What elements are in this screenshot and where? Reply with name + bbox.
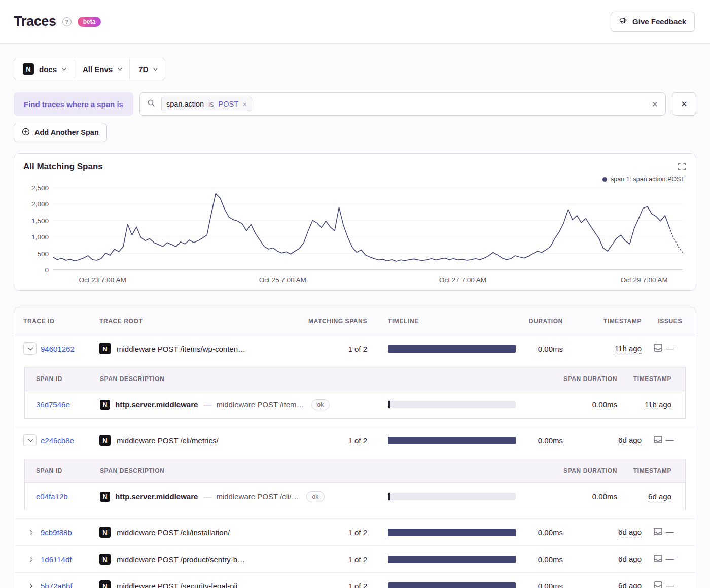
chart-line-dashed	[669, 228, 683, 253]
clear-search-icon[interactable]: ✕	[652, 99, 658, 109]
y-tick: 0	[14, 266, 49, 274]
timeline-bar	[388, 437, 516, 444]
col-header-span-timestamp: TIMESTAMP	[617, 375, 685, 383]
timeline-bar	[388, 529, 516, 536]
project-icon: N	[100, 492, 110, 502]
span-description-label: middleware POST /cli/…	[216, 492, 299, 501]
issues-value: —	[666, 555, 674, 564]
megaphone-icon	[619, 17, 628, 27]
issues-icon	[654, 581, 662, 588]
token-operator: is	[208, 100, 214, 108]
y-tick: 1,000	[14, 233, 49, 241]
table-row[interactable]: 5b72a6bf N middleware POST /security-leg…	[14, 573, 696, 588]
project-icon: N	[99, 343, 111, 354]
chevron-down-icon	[28, 437, 33, 442]
spans-line-chart[interactable]	[53, 188, 683, 270]
project-icon: N	[100, 400, 110, 410]
project-icon: N	[99, 527, 111, 538]
trace-id-link[interactable]: 5b72a6bf	[41, 582, 73, 588]
span-id-link[interactable]: e04fa12b	[36, 492, 68, 501]
span-timestamp-value: 11h ago	[645, 400, 671, 410]
y-tick: 2,000	[14, 200, 49, 208]
app-header: Traces ? beta Give Feedback	[0, 0, 710, 44]
collapse-toggle[interactable]	[23, 434, 37, 446]
fullscreen-icon[interactable]	[677, 162, 687, 174]
page-filter-bar: N docs All Envs 7D	[14, 58, 165, 80]
trace-root-label: middleware POST /items/wp-conten…	[117, 344, 245, 353]
col-header-span-timestamp: TIMESTAMP	[617, 467, 685, 474]
table-row[interactable]: e246cb8e N middleware POST /cli/metrics/…	[14, 427, 696, 454]
table-row[interactable]: 1d6114df N middleware POST /product/sent…	[14, 546, 696, 572]
table-row[interactable]: 94601262 N middleware POST /items/wp-con…	[14, 335, 696, 362]
issues-value: —	[666, 344, 674, 353]
span-timeline-track	[388, 493, 516, 500]
duration-value: 0.00ms	[519, 528, 563, 537]
chevron-right-icon	[27, 557, 32, 562]
add-another-span-button[interactable]: Add Another Span	[14, 123, 107, 142]
trace-id-link[interactable]: e246cb8e	[41, 436, 74, 445]
col-header-matching-spans: MATCHING SPANS	[286, 318, 367, 325]
project-icon: N	[99, 554, 111, 565]
chart-legend-label: span 1: span.action:POST	[611, 176, 685, 183]
timestamp-value: 11h ago	[615, 344, 642, 354]
give-feedback-button[interactable]: Give Feedback	[611, 12, 695, 32]
duration-value: 0.00ms	[519, 555, 563, 564]
span-header-row: SPAN ID SPAN DESCRIPTION SPAN DURATION T…	[25, 367, 685, 391]
matching-spans-value: 1 of 2	[286, 555, 367, 564]
chevron-right-icon	[27, 583, 32, 588]
chart-title: All Matching Spans	[23, 162, 103, 172]
span-subtable: SPAN ID SPAN DESCRIPTION SPAN DURATION T…	[24, 367, 686, 419]
trace-root-label: middleware POST /product/sentry-b…	[117, 555, 245, 564]
span-row[interactable]: 36d7546e N http.server.middleware — midd…	[25, 391, 685, 418]
expand-toggle[interactable]	[23, 580, 37, 588]
span-search-row: Find traces where a span is span.action …	[14, 92, 696, 116]
collapse-toggle[interactable]	[23, 342, 37, 355]
matching-spans-value: 1 of 2	[286, 528, 367, 537]
matching-spans-value: 1 of 2	[286, 582, 367, 588]
timestamp-value: 6d ago	[618, 581, 642, 588]
find-traces-label: Find traces where a span is	[14, 92, 133, 116]
span-id-link[interactable]: 36d7546e	[36, 400, 70, 409]
remove-span-filter-button[interactable]: ✕	[672, 92, 696, 116]
page-title: Traces	[14, 14, 56, 29]
duration-value: 0.00ms	[519, 344, 563, 353]
matching-spans-value: 1 of 2	[286, 436, 367, 445]
project-icon: N	[99, 580, 111, 588]
chart-plot-area[interactable]: 2,500 2,000 1,500 1,000 500 0	[14, 188, 687, 270]
col-header-span-duration: SPAN DURATION	[516, 467, 617, 474]
chevron-right-icon	[27, 530, 32, 535]
issues-value: —	[666, 581, 674, 588]
chevron-down-icon	[28, 345, 33, 350]
project-selector[interactable]: N docs	[14, 58, 74, 80]
timeline-bar	[388, 582, 516, 588]
trace-id-link[interactable]: 9cb9f88b	[41, 528, 72, 537]
span-row[interactable]: e04fa12b N http.server.middleware — midd…	[25, 483, 685, 510]
span-search-input[interactable]: span.action is POST × ✕	[139, 92, 666, 116]
span-timeline-track	[388, 401, 516, 408]
span-status-badge: ok	[306, 491, 325, 502]
expand-toggle[interactable]	[23, 553, 37, 565]
project-icon: N	[99, 435, 111, 446]
chart-line-solid	[53, 194, 669, 261]
help-icon[interactable]: ?	[62, 17, 72, 26]
search-token[interactable]: span.action is POST ×	[161, 97, 252, 111]
table-row[interactable]: 9cb9f88b N middleware POST /cli/installa…	[14, 519, 696, 545]
duration-value: 0.00ms	[519, 582, 563, 588]
y-tick: 500	[14, 250, 49, 257]
search-icon	[147, 99, 155, 109]
chevron-down-icon	[154, 66, 158, 70]
token-remove-icon[interactable]: ×	[243, 101, 247, 108]
x-tick: Oct 27 7:00 AM	[439, 276, 486, 284]
trace-id-link[interactable]: 94601262	[41, 344, 75, 353]
chart-legend[interactable]: span 1: span.action:POST	[602, 176, 685, 183]
add-another-span-label: Add Another Span	[34, 128, 99, 136]
col-header-issues: ISSUES	[642, 318, 696, 325]
environment-selector[interactable]: All Envs	[74, 58, 130, 80]
trace-id-link[interactable]: 1d6114df	[41, 555, 72, 564]
traces-table: TRACE ID TRACE ROOT MATCHING SPANS TIMEL…	[14, 307, 696, 588]
expand-toggle[interactable]	[23, 526, 37, 538]
span-timestamp-value: 6d ago	[648, 492, 671, 502]
timeline-bar	[388, 345, 516, 353]
environment-selector-label: All Envs	[83, 65, 113, 74]
date-range-selector[interactable]: 7D	[130, 58, 165, 80]
